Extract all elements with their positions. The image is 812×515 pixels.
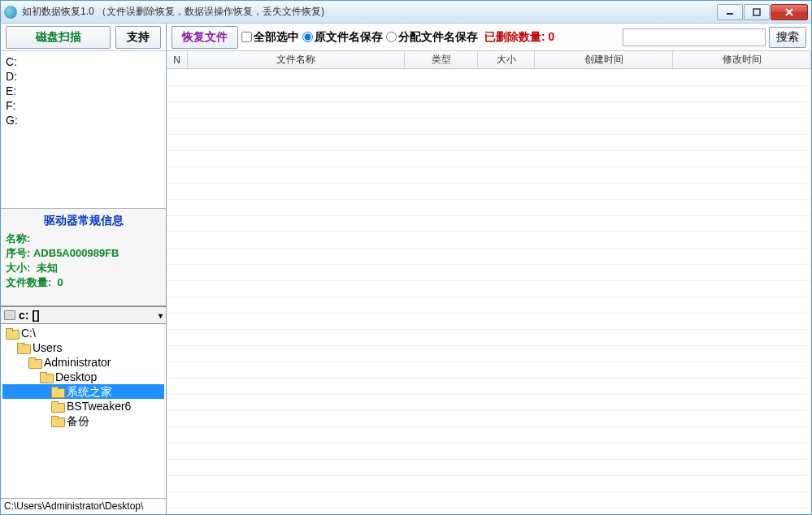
tree-item[interactable]: BSTweaker6	[2, 399, 164, 413]
tree-item[interactable]: Administrator	[2, 355, 164, 370]
folder-icon	[51, 401, 63, 411]
drive-filecount-label: 文件数量:	[6, 276, 51, 288]
file-grid: N 文件名称 类型 大小 创建时间 修改时间	[167, 51, 811, 514]
drive-size-label: 大小:	[6, 262, 30, 274]
search-input[interactable]	[623, 28, 766, 46]
save-original-label: 原文件名保存	[315, 30, 383, 45]
folder-tree[interactable]: C:\UsersAdministratorDesktop系统之家BSTweake…	[1, 324, 166, 498]
drive-selector-label: c: []	[19, 309, 40, 322]
tree-item-label: Users	[33, 340, 63, 355]
maximize-button[interactable]	[744, 4, 770, 20]
deleted-count: 已删除数量: 0	[484, 30, 554, 45]
search-button[interactable]: 搜索	[769, 27, 806, 48]
folder-icon	[28, 357, 41, 367]
col-name[interactable]: 文件名称	[188, 51, 405, 68]
tree-item-label: 备份	[67, 413, 89, 428]
minimize-button[interactable]	[717, 4, 743, 20]
recover-files-button[interactable]: 恢复文件	[172, 26, 238, 49]
tree-item[interactable]: 备份	[2, 413, 164, 428]
drive-item[interactable]: D:	[6, 69, 161, 84]
save-assigned-radio[interactable]	[386, 32, 397, 42]
col-size[interactable]: 大小	[478, 51, 535, 68]
titlebar: 如初数据恢复1.0 （文件误删除恢复，数据误操作恢复，丢失文件恢复)	[1, 1, 811, 24]
select-all-label: 全部选中	[254, 30, 299, 45]
col-type[interactable]: 类型	[405, 51, 478, 68]
status-bar: C:\Users\Administrator\Desktop\	[1, 498, 166, 514]
drive-serial-value: ADB5A000989FB	[33, 247, 119, 259]
folder-icon	[51, 416, 63, 426]
drive-item[interactable]: G:	[6, 113, 161, 128]
col-n[interactable]: N	[167, 51, 188, 68]
drive-info-header: 驱动器常规信息	[6, 214, 161, 228]
tree-item-label: 系统之家	[67, 384, 112, 399]
grid-header: N 文件名称 类型 大小 创建时间 修改时间	[167, 51, 811, 69]
svg-rect-1	[753, 9, 760, 15]
save-assigned-label: 分配文件名保存	[398, 30, 478, 45]
tree-item-label: BSTweaker6	[67, 399, 131, 413]
status-path: C:\Users\Administrator\Desktop\	[4, 500, 143, 512]
folder-icon	[51, 387, 63, 396]
drive-list[interactable]: C: D: E: F: G:	[1, 51, 166, 209]
drive-selector[interactable]: c: [] ▾	[1, 306, 166, 324]
drive-item[interactable]: E:	[6, 84, 161, 98]
tree-item-label: Administrator	[44, 355, 111, 370]
drive-filecount-value: 0	[58, 276, 63, 288]
col-mtime[interactable]: 修改时间	[673, 51, 811, 68]
close-button[interactable]	[771, 4, 808, 20]
chevron-down-icon: ▾	[158, 311, 163, 320]
disk-icon	[4, 310, 15, 320]
drive-item[interactable]: F:	[6, 98, 161, 113]
scan-disk-button[interactable]: 磁盘扫描	[6, 26, 111, 49]
folder-icon	[40, 372, 52, 382]
drive-serial-label: 序号:	[6, 247, 30, 259]
tree-item-label: C:\	[21, 326, 36, 340]
tree-item[interactable]: C:\	[2, 326, 164, 340]
drive-size-value: 未知	[37, 262, 58, 274]
right-panel: 恢复文件 全部选中 原文件名保存 分配文件名保存 已删除数量: 0	[167, 24, 811, 514]
tree-item[interactable]: 系统之家	[2, 384, 164, 399]
tree-item[interactable]: Users	[2, 340, 164, 355]
tree-item-label: Desktop	[55, 370, 97, 384]
drive-item[interactable]: C:	[6, 54, 161, 69]
save-original-radio[interactable]	[302, 32, 313, 42]
select-all-checkbox-wrap[interactable]: 全部选中	[241, 30, 299, 45]
save-original-radio-wrap[interactable]: 原文件名保存	[302, 30, 383, 45]
window-title: 如初数据恢复1.0 （文件误删除恢复，数据误操作恢复，丢失文件恢复)	[22, 5, 717, 19]
select-all-checkbox[interactable]	[241, 32, 252, 42]
grid-body[interactable]	[167, 69, 811, 514]
folder-icon	[17, 343, 29, 353]
drive-name-label: 名称:	[6, 232, 30, 245]
folder-icon	[6, 328, 18, 338]
save-assigned-radio-wrap[interactable]: 分配文件名保存	[386, 30, 478, 45]
tree-item[interactable]: Desktop	[2, 370, 164, 384]
support-button[interactable]: 支持	[115, 26, 161, 49]
app-icon	[4, 6, 17, 19]
drive-info-panel: 驱动器常规信息 名称: 序号: ADB5A000989FB 大小: 未知 文件数…	[1, 209, 166, 306]
left-panel: 磁盘扫描 支持 C: D: E: F: G: 驱动器常规信息 名称: 序号: A…	[1, 24, 167, 514]
col-ctime[interactable]: 创建时间	[535, 51, 673, 68]
